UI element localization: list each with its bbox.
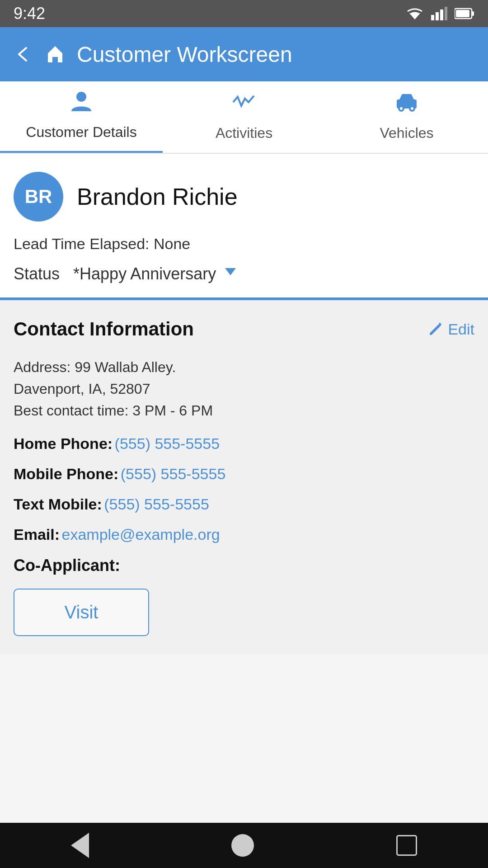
text-mobile-field: Text Mobile: (555) 555-5555 [14, 495, 474, 513]
app-bar-title: Customer Workscreen [77, 42, 292, 67]
pencil-icon [428, 321, 443, 337]
email-field: Email: example@example.org [14, 526, 474, 543]
customer-info-section: BR Brandon Richie Lead Time Elapsed: Non… [0, 154, 488, 297]
person-icon [69, 89, 94, 114]
home-icon [44, 43, 66, 65]
home-nav-button[interactable] [231, 834, 254, 857]
address-line-1: Address: 99 Wallab Alley. [14, 356, 474, 378]
lead-time: Lead Time Elapsed: None [14, 235, 474, 253]
back-button[interactable] [14, 44, 33, 64]
svg-rect-7 [456, 10, 469, 17]
back-arrow-icon [14, 44, 33, 64]
mobile-phone-field: Mobile Phone: (555) 555-5555 [14, 465, 474, 483]
svg-rect-3 [440, 9, 443, 20]
contact-info-title: Contact Information [14, 318, 194, 340]
tab-activities[interactable]: Activities [163, 81, 325, 153]
battery-icon [455, 8, 474, 19]
customer-name: Brandon Richie [77, 183, 238, 210]
home-phone-value[interactable]: (555) 555-5555 [115, 435, 220, 452]
text-mobile-label: Text Mobile: [14, 495, 102, 513]
co-applicant-label: Co-Applicant: [14, 556, 474, 575]
visit-button[interactable]: Visit [14, 589, 149, 636]
svg-point-13 [411, 107, 413, 110]
contact-header: Contact Information Edit [14, 318, 474, 340]
status-label: Status [14, 264, 60, 283]
app-bar: Customer Workscreen [0, 27, 488, 81]
activities-icon [231, 90, 257, 120]
status-row: Status *Happy Anniversary [14, 264, 474, 284]
home-nav-icon [231, 834, 254, 857]
svg-point-11 [400, 107, 403, 110]
status-value: *Happy Anniversary [73, 264, 216, 283]
home-phone-label: Home Phone: [14, 435, 113, 452]
wifi-icon [406, 7, 424, 20]
tab-customer-details-label: Customer Details [26, 124, 136, 141]
customer-header: BR Brandon Richie [14, 172, 474, 222]
text-mobile-value[interactable]: (555) 555-5555 [104, 495, 209, 513]
tab-vehicles[interactable]: Vehicles [325, 81, 488, 153]
edit-button[interactable]: Edit [428, 321, 474, 338]
tabs-container: Customer Details Activities Vehicles [0, 81, 488, 154]
recents-nav-button[interactable] [396, 835, 417, 856]
edit-label: Edit [448, 321, 474, 338]
svg-rect-1 [431, 15, 434, 20]
tab-vehicles-label: Vehicles [380, 125, 433, 142]
svg-rect-4 [445, 7, 447, 20]
car-icon [394, 90, 419, 115]
vehicles-icon [394, 90, 419, 120]
email-value[interactable]: example@example.org [62, 526, 220, 543]
address-block: Address: 99 Wallab Alley. Davenport, IA,… [14, 356, 474, 421]
svg-rect-2 [436, 12, 439, 20]
status-time: 9:42 [14, 4, 45, 23]
svg-rect-6 [472, 11, 474, 16]
address-line-2: Davenport, IA, 52807 [14, 378, 474, 400]
back-nav-button[interactable] [71, 833, 89, 858]
status-dropdown[interactable]: *Happy Anniversary [73, 264, 239, 284]
home-phone-field: Home Phone: (555) 555-5555 [14, 435, 474, 453]
status-icons [406, 7, 474, 20]
home-button[interactable] [44, 43, 66, 65]
mobile-phone-value[interactable]: (555) 555-5555 [121, 465, 226, 482]
status-bar: 9:42 [0, 0, 488, 27]
recents-nav-icon [396, 835, 417, 856]
mobile-phone-label: Mobile Phone: [14, 465, 118, 482]
tab-customer-details[interactable]: Customer Details [0, 81, 163, 153]
contact-section: Contact Information Edit Address: 99 Wal… [0, 300, 488, 654]
email-label: Email: [14, 526, 60, 543]
best-contact-time: Best contact time: 3 PM - 6 PM [14, 400, 474, 421]
customer-details-icon [69, 89, 94, 119]
back-nav-icon [71, 833, 89, 858]
tab-activities-label: Activities [216, 125, 272, 142]
visit-button-label: Visit [65, 602, 99, 622]
signal-icon [431, 7, 447, 20]
activity-wave-icon [231, 90, 257, 115]
avatar: BR [14, 172, 63, 222]
svg-point-8 [76, 92, 86, 102]
chevron-down-icon [222, 264, 239, 284]
bottom-nav [0, 823, 488, 868]
